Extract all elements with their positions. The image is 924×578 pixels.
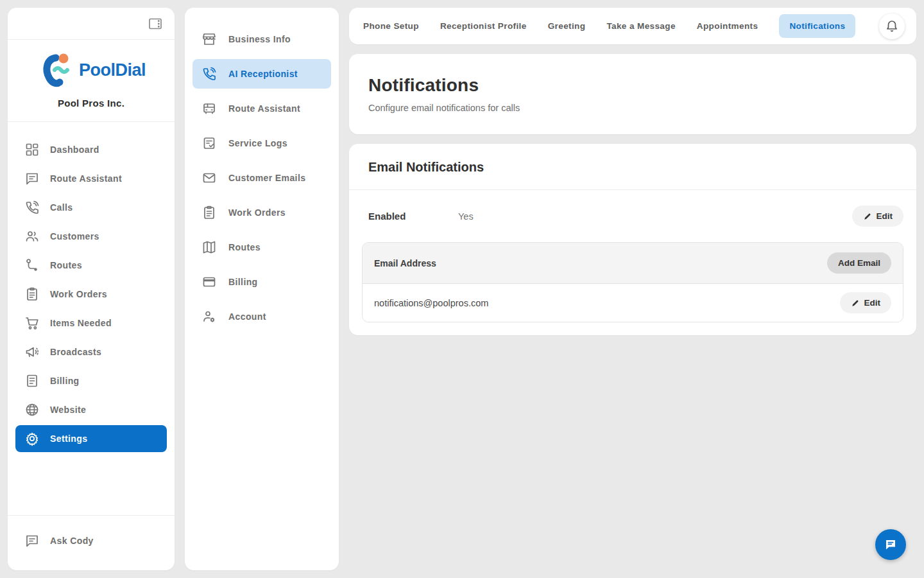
chat-bubble-icon bbox=[883, 537, 898, 552]
sidebar-item-label: Customers bbox=[50, 231, 99, 241]
tab-notifications[interactable]: Notifications bbox=[779, 14, 855, 38]
sidebar-item-label: Website bbox=[50, 405, 86, 415]
email-table-header-row: Email Address Add Email bbox=[363, 243, 903, 284]
account-gear-icon bbox=[201, 309, 217, 324]
settings-nav-account[interactable]: Account bbox=[193, 302, 331, 331]
pencil-icon bbox=[851, 299, 860, 308]
page-title: Notifications bbox=[368, 75, 897, 96]
sidebar-item-dashboard[interactable]: Dashboard bbox=[15, 136, 167, 163]
company-name: Pool Pros Inc. bbox=[8, 98, 175, 109]
sidebar-header bbox=[8, 8, 175, 40]
email-address-value: notifications@poolpros.com bbox=[374, 298, 488, 308]
settings-nav-customer-emails[interactable]: Customer Emails bbox=[193, 163, 331, 193]
mail-icon bbox=[201, 170, 217, 186]
tab-receptionist-profile[interactable]: Receptionist Profile bbox=[440, 14, 527, 38]
chat-icon bbox=[24, 533, 40, 548]
sidebar-item-broadcasts[interactable]: Broadcasts bbox=[15, 338, 167, 365]
sidebar-item-label: Dashboard bbox=[50, 144, 99, 155]
phone-call-icon bbox=[24, 200, 40, 215]
credit-card-icon bbox=[201, 274, 217, 290]
tab-bar: Phone Setup Receptionist Profile Greetin… bbox=[349, 8, 916, 44]
gear-icon bbox=[24, 431, 40, 446]
brand-block: PoolDial Pool Pros Inc. bbox=[8, 40, 175, 122]
sidebar-item-routes[interactable]: Routes bbox=[15, 252, 167, 279]
sidebar-item-label: Routes bbox=[50, 260, 82, 270]
settings-nav-ai-receptionist[interactable]: AI Receptionist bbox=[193, 59, 331, 89]
primary-sidebar: PoolDial Pool Pros Inc. Dashboard Route … bbox=[8, 8, 175, 570]
edit-button-label: Edit bbox=[877, 211, 893, 221]
sidebar-item-items-needed[interactable]: Items Needed bbox=[15, 310, 167, 337]
dashboard-icon bbox=[24, 142, 40, 157]
tab-appointments[interactable]: Appointments bbox=[697, 14, 758, 38]
sidebar-item-label: Work Orders bbox=[50, 289, 107, 299]
main-content: Phone Setup Receptionist Profile Greetin… bbox=[349, 8, 916, 570]
settings-nav-label: Business Info bbox=[228, 34, 291, 44]
notifications-bell-button[interactable] bbox=[879, 13, 905, 39]
tab-take-a-message[interactable]: Take a Message bbox=[606, 14, 675, 38]
sidebar-item-website[interactable]: Website bbox=[15, 396, 167, 423]
bell-icon bbox=[884, 19, 900, 34]
clipboard-icon bbox=[24, 286, 40, 302]
sidebar-item-label: Settings bbox=[50, 434, 87, 444]
tab-phone-setup[interactable]: Phone Setup bbox=[363, 14, 419, 38]
settings-nav-service-logs[interactable]: Service Logs bbox=[193, 128, 331, 158]
settings-nav-label: AI Receptionist bbox=[228, 69, 298, 79]
primary-nav: Dashboard Route Assistant Calls bbox=[8, 122, 175, 454]
sidebar-item-label: Ask Cody bbox=[50, 536, 94, 546]
settings-nav-billing[interactable]: Billing bbox=[193, 267, 331, 297]
settings-nav-label: Account bbox=[228, 311, 266, 322]
sidebar-item-route-assistant[interactable]: Route Assistant bbox=[15, 165, 167, 192]
email-address-column-header: Email Address bbox=[374, 258, 436, 268]
settings-nav-routes[interactable]: Routes bbox=[193, 232, 331, 262]
tab-greeting[interactable]: Greeting bbox=[548, 14, 586, 38]
sidebar-item-settings[interactable]: Settings bbox=[15, 425, 167, 452]
route-icon bbox=[24, 258, 40, 273]
sidebar-item-label: Calls bbox=[50, 202, 73, 213]
email-address-table: Email Address Add Email notifications@po… bbox=[362, 242, 903, 322]
settings-nav-work-orders[interactable]: Work Orders bbox=[193, 198, 331, 227]
sidebar-item-calls[interactable]: Calls bbox=[15, 194, 167, 221]
settings-nav-label: Customer Emails bbox=[228, 173, 305, 183]
brand-name: PoolDial bbox=[79, 60, 146, 80]
page-subtitle: Configure email notifications for calls bbox=[368, 103, 897, 113]
enabled-value: Yes bbox=[458, 211, 474, 222]
email-notifications-card: Email Notifications Enabled Yes Edit Ema… bbox=[349, 144, 916, 335]
van-icon bbox=[201, 101, 217, 116]
receipt-icon bbox=[24, 373, 40, 389]
sidebar-item-label: Route Assistant bbox=[50, 173, 122, 184]
settings-nav-label: Billing bbox=[228, 277, 258, 287]
service-logs-icon bbox=[201, 136, 217, 151]
sidebar-item-ask-cody[interactable]: Ask Cody bbox=[15, 527, 167, 554]
settings-sidebar: Business Info AI Receptionist Route Assi… bbox=[185, 8, 339, 570]
clipboard-icon bbox=[201, 205, 217, 220]
sidebar-item-billing[interactable]: Billing bbox=[15, 367, 167, 394]
globe-icon bbox=[24, 402, 40, 417]
enabled-edit-button[interactable]: Edit bbox=[852, 206, 904, 227]
app-root: PoolDial Pool Pros Inc. Dashboard Route … bbox=[0, 0, 924, 578]
enabled-label: Enabled bbox=[368, 211, 458, 222]
sidebar-item-label: Items Needed bbox=[50, 318, 112, 328]
settings-nav-business-info[interactable]: Business Info bbox=[193, 24, 331, 54]
chat-widget-button[interactable] bbox=[875, 529, 906, 560]
sidebar-footer: Ask Cody bbox=[8, 515, 175, 570]
add-email-button[interactable]: Add Email bbox=[827, 252, 891, 274]
section-title: Email Notifications bbox=[349, 144, 916, 190]
settings-nav-label: Route Assistant bbox=[228, 103, 300, 114]
sidebar-item-work-orders[interactable]: Work Orders bbox=[15, 281, 167, 308]
sidebar-collapse-button[interactable] bbox=[148, 16, 164, 31]
settings-nav-route-assistant[interactable]: Route Assistant bbox=[193, 94, 331, 123]
add-email-button-label: Add Email bbox=[838, 258, 880, 268]
page-header-card: Notifications Configure email notificati… bbox=[349, 54, 916, 134]
panel-toggle-icon bbox=[148, 16, 163, 31]
email-edit-button[interactable]: Edit bbox=[840, 292, 892, 313]
sidebar-item-label: Broadcasts bbox=[50, 347, 101, 357]
customers-icon bbox=[24, 229, 40, 244]
map-icon bbox=[201, 240, 217, 255]
edit-button-label: Edit bbox=[864, 298, 881, 308]
pooldial-logo-icon bbox=[37, 51, 76, 89]
cart-icon bbox=[24, 315, 40, 331]
email-table-row: notifications@poolpros.com Edit bbox=[363, 284, 903, 322]
phone-call-icon bbox=[201, 66, 217, 82]
sidebar-item-customers[interactable]: Customers bbox=[15, 223, 167, 250]
storefront-icon bbox=[201, 31, 217, 47]
